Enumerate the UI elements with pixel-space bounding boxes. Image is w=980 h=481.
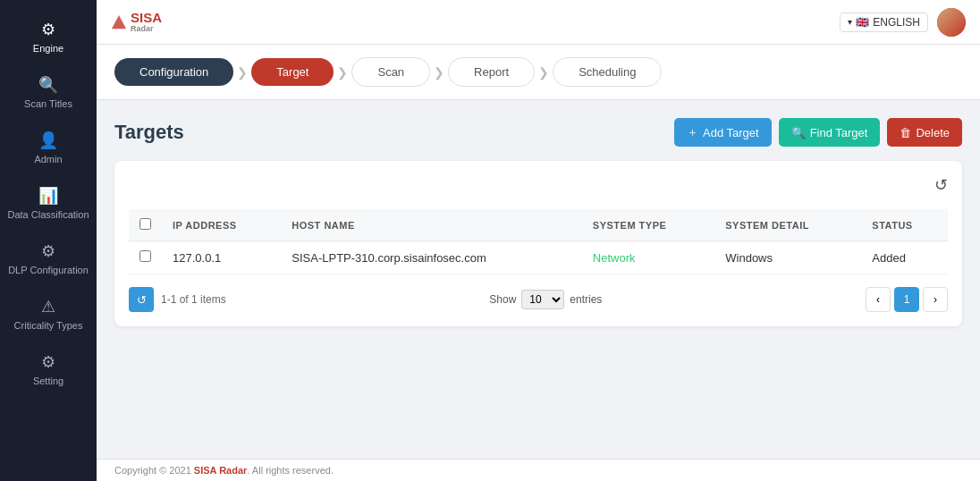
lang-arrow: ▾	[848, 17, 852, 27]
pagination: ‹ 1 ›	[866, 287, 948, 312]
flag-icon: 🇬🇧	[856, 16, 869, 29]
plus-icon: ＋	[687, 124, 698, 140]
row-hostname: SISA-LPTP-310.corp.sisainfosec.com	[281, 241, 582, 274]
add-target-label: Add Target	[703, 126, 759, 139]
sidebar-item-admin[interactable]: 👤 Admin	[0, 120, 97, 175]
row-system-type: Network	[582, 241, 714, 274]
find-icon: 🔍	[791, 126, 806, 139]
step-arrow-4: ❯	[538, 65, 549, 80]
delete-button[interactable]: 🗑 Delete	[887, 118, 962, 147]
sidebar-item-setting[interactable]: ⚙ Setting	[0, 342, 97, 397]
admin-icon: 👤	[38, 131, 58, 150]
step-arrow-3: ❯	[434, 65, 444, 80]
sidebar-item-dlp-configuration[interactable]: ⚙ DLP Configuration	[0, 231, 97, 286]
targets-table: IP ADDRESS HOST NAME SYSTEM TYPE SYSTEM …	[129, 209, 948, 274]
language-label: ENGLISH	[873, 16, 920, 29]
sidebar-item-label: Scan Titles	[24, 98, 72, 109]
sidebar-item-label: Admin	[34, 154, 62, 165]
wizard-step-configuration[interactable]: Configuration	[114, 58, 233, 86]
step-pill-scan[interactable]: Scan	[351, 57, 430, 87]
trash-icon: 🗑	[900, 126, 911, 139]
sidebar-item-criticality-types[interactable]: ⚠ Criticality Types	[0, 286, 97, 342]
table-info: ↺ 1-1 of 1 items	[129, 287, 226, 312]
logo: SISA Radar	[111, 11, 162, 33]
wizard-steps: Configuration ❯ Target ❯ Scan ❯ Report ❯…	[97, 45, 980, 100]
table-header-row: IP ADDRESS HOST NAME SYSTEM TYPE SYSTEM …	[129, 209, 948, 241]
sidebar-item-label: Setting	[33, 376, 63, 386]
footer: Copyright © 2021 SISA Radar. All rights …	[97, 459, 980, 481]
wizard-step-scheduling[interactable]: Scheduling	[553, 57, 662, 87]
avatar-image	[937, 8, 966, 37]
footer-text2: . All rights reserved.	[247, 465, 334, 476]
scan-icon: 🔍	[38, 75, 58, 95]
table-card: ↺ IP ADDRESS HOST NAME SYSTEM TYPE SYSTE…	[114, 161, 962, 326]
content-area: Targets ＋ Add Target 🔍 Find Target 🗑 Del…	[97, 100, 980, 459]
find-target-button[interactable]: 🔍 Find Target	[779, 118, 881, 147]
entries-label: entries	[570, 293, 602, 306]
dlp-icon: ⚙	[41, 241, 55, 261]
svg-marker-0	[112, 14, 126, 28]
step-pill-scheduling[interactable]: Scheduling	[553, 57, 662, 87]
show-label: Show	[489, 293, 516, 306]
sidebar-item-scan-titles[interactable]: 🔍 Scan Titles	[0, 64, 97, 120]
step-pill-report[interactable]: Report	[448, 57, 535, 87]
row-system-detail: Windows	[714, 241, 861, 274]
data-class-icon: 📊	[38, 186, 58, 206]
entries-select[interactable]: 10 25 50	[521, 290, 564, 309]
language-selector[interactable]: ▾ 🇬🇧 ENGLISH	[840, 13, 928, 32]
page-header: Targets ＋ Add Target 🔍 Find Target 🗑 Del…	[114, 118, 962, 147]
find-target-label: Find Target	[810, 126, 868, 139]
sidebar-item-label: Data Classification	[7, 209, 89, 220]
select-all-checkbox[interactable]	[139, 218, 151, 230]
show-entries: Show 10 25 50 entries	[489, 290, 602, 309]
step-arrow-1: ❯	[237, 65, 248, 80]
logo-icon	[111, 14, 127, 30]
table-refresh-button[interactable]: ↺	[129, 287, 154, 312]
system-type-badge: Network	[593, 251, 636, 265]
avatar[interactable]	[937, 8, 966, 37]
step-pill-target[interactable]: Target	[251, 58, 334, 86]
footer-text: Copyright © 2021	[114, 465, 194, 476]
wizard-step-scan[interactable]: Scan	[351, 57, 430, 87]
row-status: Added	[861, 241, 948, 274]
step-arrow-2: ❯	[337, 65, 348, 80]
topbar: SISA Radar ▾ 🇬🇧 ENGLISH	[97, 0, 980, 45]
sidebar-item-data-classification[interactable]: 📊 Data Classification	[0, 175, 97, 231]
sidebar-item-label: DLP Configuration	[8, 265, 89, 275]
action-buttons: ＋ Add Target 🔍 Find Target 🗑 Delete	[674, 118, 962, 147]
sidebar-item-engine[interactable]: ⚙ Engine	[0, 9, 97, 64]
footer-brand: SISA Radar	[194, 465, 248, 476]
table-row[interactable]: 127.0.0.1 SISA-LPTP-310.corp.sisainfosec…	[129, 241, 948, 274]
col-ip-address: IP ADDRESS	[162, 209, 281, 241]
table-body: 127.0.0.1 SISA-LPTP-310.corp.sisainfosec…	[129, 241, 948, 274]
col-status: STATUS	[861, 209, 948, 241]
logo-primary: SISA	[131, 11, 162, 24]
refresh-button[interactable]: ↺	[934, 175, 948, 195]
wizard-step-report[interactable]: Report	[448, 57, 535, 87]
table-count: 1-1 of 1 items	[161, 293, 226, 306]
add-target-button[interactable]: ＋ Add Target	[674, 118, 772, 147]
page-1-button[interactable]: 1	[894, 287, 919, 312]
row-checkbox-cell	[129, 241, 162, 274]
table-footer: ↺ 1-1 of 1 items Show 10 25 50 entries ‹…	[129, 287, 948, 312]
col-checkbox	[129, 209, 162, 241]
sidebar: ⚙ Engine 🔍 Scan Titles 👤 Admin 📊 Data Cl…	[0, 0, 97, 481]
row-ip: 127.0.0.1	[162, 241, 281, 274]
wizard-step-target[interactable]: Target	[251, 58, 334, 86]
step-pill-configuration[interactable]: Configuration	[114, 58, 233, 86]
row-checkbox[interactable]	[139, 250, 151, 262]
col-system-detail: SYSTEM DETAIL	[714, 209, 861, 241]
criticality-icon: ⚠	[41, 297, 55, 316]
sidebar-item-label: Criticality Types	[14, 320, 83, 331]
engine-icon: ⚙	[41, 20, 55, 39]
setting-icon: ⚙	[41, 352, 55, 372]
logo-secondary: Radar	[131, 24, 162, 33]
next-page-button[interactable]: ›	[923, 287, 948, 312]
delete-label: Delete	[916, 126, 950, 139]
col-system-type: SYSTEM TYPE	[582, 209, 714, 241]
page-title: Targets	[114, 121, 184, 144]
sidebar-item-label: Engine	[33, 43, 63, 54]
col-host-name: HOST NAME	[281, 209, 582, 241]
prev-page-button[interactable]: ‹	[866, 287, 891, 312]
topbar-right: ▾ 🇬🇧 ENGLISH	[840, 8, 966, 37]
